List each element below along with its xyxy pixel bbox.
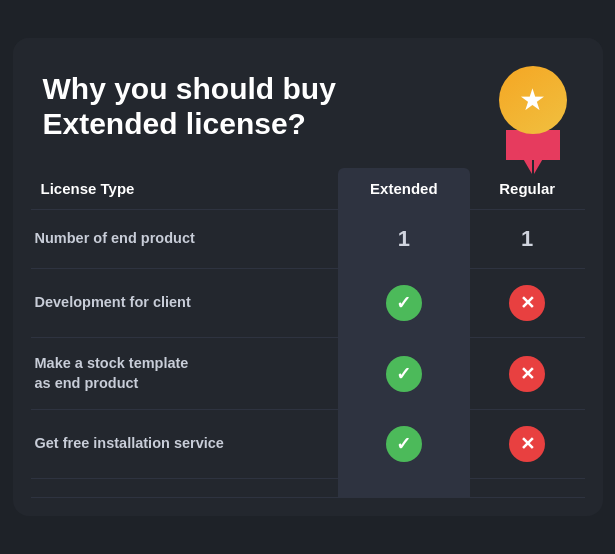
star-icon: ★ (519, 85, 546, 115)
badge-container: ★ (493, 66, 573, 146)
table-header-row: License Type Extended Regular (31, 168, 585, 210)
row-extended-3: ✓ (338, 410, 470, 479)
check-icon: ✓ (386, 356, 422, 392)
badge-circle: ★ (499, 66, 567, 134)
col-header-feature: License Type (31, 168, 338, 210)
empty-extended (338, 479, 470, 498)
empty-label (31, 479, 338, 498)
table-row: Make a stock templateas end product ✓ ✕ (31, 337, 585, 409)
row-label-2: Make a stock templateas end product (31, 337, 338, 409)
ribbon-left (518, 150, 532, 174)
header-section: Why you should buy Extended license? ★ (13, 38, 603, 168)
row-extended-0: 1 (338, 209, 470, 268)
table-row: Get free installation service ✓ ✕ (31, 410, 585, 479)
table-row: Number of end product 1 1 (31, 209, 585, 268)
cross-icon: ✕ (509, 426, 545, 462)
table-row (31, 479, 585, 498)
row-label-0: Number of end product (31, 209, 338, 268)
cross-icon: ✕ (509, 285, 545, 321)
check-icon: ✓ (386, 426, 422, 462)
main-card: Why you should buy Extended license? ★ L… (13, 38, 603, 516)
page-title: Why you should buy Extended license? (43, 71, 403, 142)
ribbon-strip (506, 130, 560, 160)
table-wrapper: License Type Extended Regular Number of … (13, 168, 603, 516)
row-regular-2: ✕ (470, 337, 585, 409)
row-extended-1: ✓ (338, 268, 470, 337)
row-extended-2: ✓ (338, 337, 470, 409)
row-label-1: Development for client (31, 268, 338, 337)
row-regular-3: ✕ (470, 410, 585, 479)
row-label-3: Get free installation service (31, 410, 338, 479)
col-header-extended: Extended (338, 168, 470, 210)
cross-icon: ✕ (509, 356, 545, 392)
empty-regular (470, 479, 585, 498)
row-regular-1: ✕ (470, 268, 585, 337)
row-regular-0: 1 (470, 209, 585, 268)
comparison-table: License Type Extended Regular Number of … (31, 168, 585, 498)
col-header-regular: Regular (470, 168, 585, 210)
table-row: Development for client ✓ ✕ (31, 268, 585, 337)
ribbon-right (534, 150, 548, 174)
award-badge: ★ (493, 66, 573, 146)
check-icon: ✓ (386, 285, 422, 321)
